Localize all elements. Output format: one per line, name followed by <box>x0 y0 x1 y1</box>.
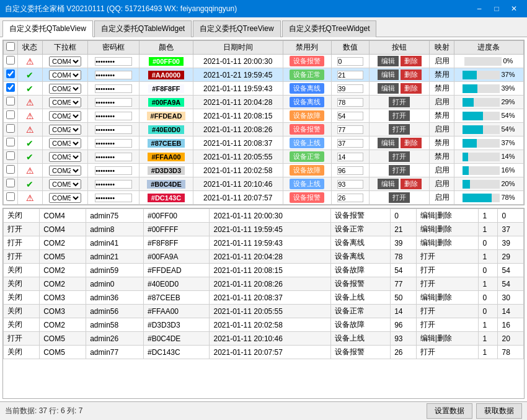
status-ok-icon: ✔ <box>26 179 33 189</box>
edit-button[interactable]: 编辑 <box>378 69 399 80</box>
value-spinbox[interactable] <box>337 84 363 93</box>
row-checkbox[interactable] <box>6 83 15 92</box>
status-ok-icon: ✔ <box>26 84 33 94</box>
tab-qtreewidget[interactable]: 自定义委托QTreeWidget <box>282 20 377 37</box>
lower-table-cell: 39 <box>391 236 416 250</box>
lower-table-cell: admin41 <box>86 236 144 250</box>
tab-qtreeview[interactable]: 自定义委托QTreeView <box>193 20 280 37</box>
delete-button[interactable]: 删除 <box>401 83 422 94</box>
upper-table-row: ⚠COM5#00FA9A2021-01-11 20:04:28设备离线打开启用2… <box>4 96 524 109</box>
value-spinbox[interactable] <box>337 71 363 79</box>
combo-select[interactable]: COM2 <box>49 84 81 94</box>
select-all-checkbox[interactable] <box>6 42 15 51</box>
password-input[interactable] <box>95 112 132 120</box>
upper-table-row: ⚠COM5#DC143C2021-01-11 20:07:57设备报警打开启用7… <box>4 191 524 205</box>
delete-button[interactable]: 删除 <box>401 179 422 189</box>
password-input[interactable] <box>95 180 132 189</box>
combo-select[interactable]: COM2 <box>49 111 81 121</box>
value-spinbox[interactable] <box>337 194 363 202</box>
upper-table-row: ⚠COM2#FFDEAD2021-01-11 20:08:15设备故障打开禁用5… <box>4 109 524 123</box>
value-spinbox[interactable] <box>337 125 363 134</box>
edit-button[interactable]: 编辑 <box>378 138 399 148</box>
value-spinbox[interactable] <box>337 166 363 175</box>
open-button[interactable]: 打开 <box>389 124 410 135</box>
maximize-button[interactable]: □ <box>489 2 505 15</box>
value-spinbox[interactable] <box>337 180 363 189</box>
col-header-status: 状态 <box>18 41 43 55</box>
datetime-cell: 2021-01-11 19:59:43 <box>193 82 283 96</box>
password-input[interactable] <box>95 166 132 175</box>
open-button[interactable]: 打开 <box>389 151 410 162</box>
tab-qtableview[interactable]: 自定义委托QTableView <box>2 20 93 37</box>
progress-text: 54% <box>501 112 515 119</box>
row-checkbox[interactable] <box>6 151 15 160</box>
combo-select[interactable]: COM4 <box>49 56 81 66</box>
row-checkbox[interactable] <box>6 165 15 174</box>
combo-select[interactable]: COM3 <box>49 152 81 162</box>
combo-select[interactable]: COM5 <box>49 193 81 203</box>
lower-table-cell: #00FA9A <box>144 250 210 264</box>
row-checkbox[interactable] <box>6 97 15 105</box>
password-input[interactable] <box>95 71 132 79</box>
lower-table-cell: 2021-01-11 19:59:43 <box>210 236 331 250</box>
combo-select[interactable]: COM2 <box>49 125 81 135</box>
combo-select[interactable]: COM5 <box>49 97 81 107</box>
open-button[interactable]: 打开 <box>389 192 410 203</box>
password-input[interactable] <box>95 139 132 148</box>
set-data-button[interactable]: 设置数据 <box>427 403 472 419</box>
row-checkbox[interactable] <box>6 110 15 119</box>
upper-table-wrapper: 状态 下拉框 密码框 颜色 日期时间 禁用列 数值 按钮 映射 进度条 ⚠COM… <box>2 40 525 205</box>
value-spinbox[interactable] <box>337 57 363 66</box>
password-input[interactable] <box>95 153 132 161</box>
forbidden-badge: 设备报警 <box>290 124 324 135</box>
row-checkbox[interactable] <box>6 179 15 187</box>
row-checkbox[interactable] <box>6 138 15 146</box>
password-input[interactable] <box>95 57 132 66</box>
datetime-cell: 2021-01-11 20:05:55 <box>193 150 283 164</box>
status-ok-icon: ✔ <box>26 70 33 80</box>
delete-button[interactable]: 删除 <box>401 56 422 66</box>
combo-select[interactable]: COM5 <box>49 179 81 189</box>
edit-button[interactable]: 编辑 <box>378 83 399 94</box>
value-spinbox[interactable] <box>337 112 363 120</box>
combo-select[interactable]: COM2 <box>49 166 81 176</box>
get-data-button[interactable]: 获取数据 <box>476 403 522 419</box>
value-spinbox[interactable] <box>337 98 363 107</box>
upper-table-row: ✔COM3#87CEEB2021-01-11 20:08:37设备上线编辑 删除… <box>4 136 524 150</box>
value-spinbox[interactable] <box>337 139 363 148</box>
lower-table-cell: 77 <box>391 277 416 291</box>
lower-table-cell: COM5 <box>40 332 86 346</box>
lower-table-cell: 打开 <box>4 250 40 264</box>
row-checkbox[interactable] <box>6 124 15 133</box>
open-button[interactable]: 打开 <box>389 110 410 121</box>
forbidden-badge: 设备离线 <box>290 83 324 94</box>
password-input[interactable] <box>95 194 132 202</box>
edit-button[interactable]: 编辑 <box>378 179 399 189</box>
lower-table-cell: 16 <box>498 318 524 332</box>
edit-button[interactable]: 编辑 <box>378 56 399 66</box>
combo-select[interactable]: COM4 <box>49 70 81 80</box>
combo-select[interactable]: COM3 <box>49 138 81 148</box>
value-spinbox[interactable] <box>337 153 363 161</box>
action-buttons-cell: 编辑 删除 <box>370 82 430 96</box>
close-button[interactable]: ✕ <box>506 2 522 15</box>
open-button[interactable]: 打开 <box>389 97 410 107</box>
progress-bar <box>463 71 500 79</box>
forbidden-badge: 设备离线 <box>290 97 324 107</box>
open-button[interactable]: 打开 <box>389 165 410 176</box>
row-checkbox[interactable] <box>6 56 15 65</box>
lower-table-cell: 30 <box>498 291 524 305</box>
delete-button[interactable]: 删除 <box>401 69 422 80</box>
password-input[interactable] <box>95 84 132 93</box>
lower-table-cell: COM2 <box>40 318 86 332</box>
lower-table-cell: 1 <box>479 277 498 291</box>
color-badge: #FFDEAD <box>147 112 186 120</box>
password-input[interactable] <box>95 125 132 134</box>
row-checkbox[interactable] <box>6 69 15 78</box>
minimize-button[interactable]: – <box>471 2 487 15</box>
tab-qtablewidget[interactable]: 自定义委托QTableWidget <box>94 20 192 37</box>
col-header-progress: 进度条 <box>454 41 523 55</box>
password-input[interactable] <box>95 98 132 107</box>
row-checkbox[interactable] <box>6 192 15 201</box>
delete-button[interactable]: 删除 <box>401 138 422 148</box>
